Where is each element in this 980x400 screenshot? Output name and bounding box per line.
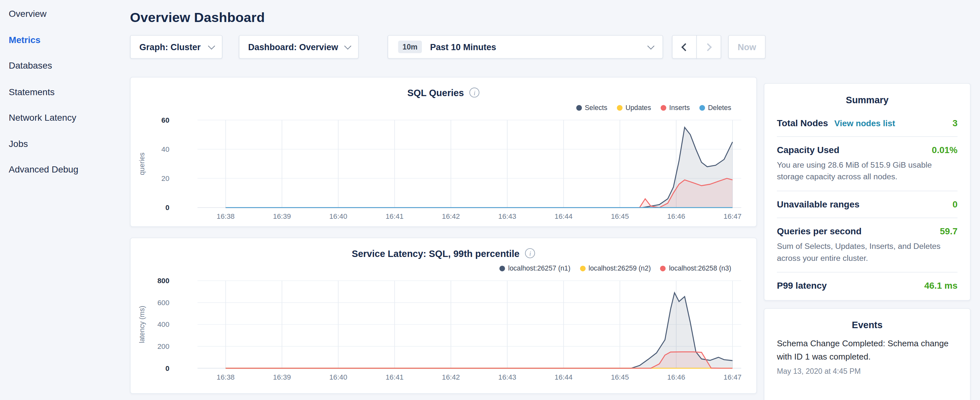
summary-row-capacity-used: Capacity Used 0.01% You are using 28.6 M… <box>777 137 957 191</box>
svg-text:16:40: 16:40 <box>329 373 347 381</box>
service-latency-chart-panel: Service Latency: SQL, 99th percentile i … <box>130 237 757 394</box>
sidebar-item-overview[interactable]: Overview <box>9 8 115 20</box>
legend-item[interactable]: Deletes <box>699 104 731 112</box>
summary-label: Capacity Used <box>777 145 839 155</box>
event-timestamp: May 13, 2020 at 4:45 PM <box>777 367 957 376</box>
main-content: Overview Dashboard Graph: Cluster Dashbo… <box>130 0 757 394</box>
svg-text:16:40: 16:40 <box>329 212 347 220</box>
sidebar-item-databases[interactable]: Databases <box>9 59 115 72</box>
svg-text:400: 400 <box>157 320 169 328</box>
summary-label: P99 latency <box>777 281 827 291</box>
chevron-right-icon <box>704 43 712 51</box>
svg-text:0: 0 <box>165 204 169 212</box>
chevron-left-icon <box>681 43 689 51</box>
summary-description: You are using 28.6 MiB of 515.9 GiB usab… <box>777 159 957 183</box>
svg-text:800: 800 <box>157 277 169 285</box>
svg-text:200: 200 <box>157 343 169 351</box>
legend-label: localhost:26258 (n3) <box>669 265 732 272</box>
dashboard-dropdown-label: Dashboard: Overview <box>248 42 338 52</box>
chevron-down-icon <box>208 42 215 49</box>
sidebar: Overview Metrics Databases Statements Ne… <box>9 8 115 189</box>
svg-text:16:46: 16:46 <box>667 212 685 220</box>
summary-value: 46.1 ms <box>924 281 958 291</box>
svg-text:16:43: 16:43 <box>498 373 516 381</box>
chevron-down-icon <box>648 42 654 49</box>
legend-dot-icon <box>660 265 666 271</box>
summary-row-unavailable-ranges: Unavailable ranges 0 <box>777 191 957 218</box>
legend-item[interactable]: Inserts <box>660 104 690 112</box>
now-button[interactable]: Now <box>728 35 766 59</box>
legend-item[interactable]: Updates <box>617 104 651 112</box>
legend-label: Updates <box>625 104 651 112</box>
svg-text:16:39: 16:39 <box>273 212 291 220</box>
event-message: Schema Change Completed: Schema change w… <box>777 338 957 364</box>
svg-text:16:38: 16:38 <box>217 373 235 381</box>
legend-dot-icon <box>699 105 705 110</box>
legend-label: Inserts <box>669 104 690 112</box>
summary-value: 3 <box>953 118 958 128</box>
sidebar-item-statements[interactable]: Statements <box>9 85 115 98</box>
summary-label: Total Nodes <box>777 118 828 128</box>
sql-queries-chart-panel: SQL Queries i SelectsUpdatesInsertsDelet… <box>130 77 757 227</box>
summary-label: Queries per second <box>777 226 862 236</box>
summary-row-queries-per-second: Queries per second 59.7 Sum of Selects, … <box>777 218 957 273</box>
graph-scope-dropdown-label: Graph: Cluster <box>140 42 200 52</box>
sql-queries-chart[interactable]: 020406016:3816:3916:4016:4116:4216:4316:… <box>131 114 756 226</box>
sidebar-item-metrics[interactable]: Metrics <box>9 33 115 46</box>
summary-description: Sum of Selects, Updates, Inserts, and De… <box>777 241 957 264</box>
service-latency-chart[interactable]: 020040060080016:3816:3916:4016:4116:4216… <box>131 274 756 387</box>
chart-title: Service Latency: SQL, 99th percentile <box>352 248 520 258</box>
legend-dot-icon <box>499 265 505 271</box>
svg-text:queries: queries <box>138 153 146 175</box>
events-title: Events <box>777 318 957 333</box>
time-range-badge: 10m <box>398 41 422 53</box>
info-icon[interactable]: i <box>525 248 535 258</box>
dashboard-dropdown[interactable]: Dashboard: Overview <box>239 35 359 59</box>
legend-item[interactable]: localhost:26257 (n1) <box>499 265 570 272</box>
summary-row-p99-latency: P99 latency 46.1 ms <box>777 273 957 299</box>
chevron-down-icon <box>344 42 352 49</box>
svg-text:16:44: 16:44 <box>555 373 573 381</box>
charts-column: SQL Queries i SelectsUpdatesInsertsDelet… <box>130 77 757 394</box>
svg-text:16:43: 16:43 <box>498 212 516 220</box>
svg-text:16:47: 16:47 <box>724 212 741 220</box>
chart-title: SQL Queries <box>407 87 464 98</box>
toolbar: Graph: Cluster Dashboard: Overview 10m P… <box>130 35 767 59</box>
summary-value: 0 <box>953 199 958 209</box>
svg-text:16:45: 16:45 <box>611 373 629 381</box>
svg-text:0: 0 <box>165 364 169 373</box>
legend-item[interactable]: localhost:26258 (n3) <box>660 265 732 272</box>
svg-text:40: 40 <box>161 145 170 153</box>
legend-label: Selects <box>585 104 607 112</box>
time-step-buttons <box>672 35 721 59</box>
summary-row-total-nodes: Total Nodes View nodes list 3 <box>777 110 957 137</box>
event-item[interactable]: Schema Change Completed: Schema change w… <box>777 338 957 376</box>
svg-text:16:39: 16:39 <box>273 373 291 381</box>
info-icon[interactable]: i <box>469 88 479 97</box>
time-back-button[interactable] <box>672 35 697 59</box>
legend-label: localhost:26257 (n1) <box>508 265 570 272</box>
legend-item[interactable]: localhost:26259 (n2) <box>580 265 651 272</box>
svg-text:16:42: 16:42 <box>442 373 460 381</box>
sidebar-item-network-latency[interactable]: Network Latency <box>9 112 115 124</box>
legend-dot-icon <box>580 265 585 271</box>
time-range-dropdown[interactable]: 10m Past 10 Minutes <box>388 35 663 59</box>
svg-text:20: 20 <box>161 174 170 183</box>
view-nodes-list-link[interactable]: View nodes list <box>834 119 895 128</box>
legend-dot-icon <box>576 105 581 110</box>
time-range-label: Past 10 Minutes <box>430 42 496 52</box>
svg-text:16:41: 16:41 <box>386 373 404 381</box>
time-forward-button[interactable] <box>696 35 721 59</box>
sidebar-item-jobs[interactable]: Jobs <box>9 137 115 150</box>
svg-text:600: 600 <box>157 299 169 307</box>
summary-value: 59.7 <box>940 226 958 236</box>
svg-text:16:41: 16:41 <box>386 212 404 220</box>
app-root: Overview Metrics Databases Statements Ne… <box>0 0 980 400</box>
sidebar-item-advanced-debug[interactable]: Advanced Debug <box>9 163 115 176</box>
legend-item[interactable]: Selects <box>576 104 607 112</box>
svg-text:16:47: 16:47 <box>724 373 741 381</box>
svg-text:16:45: 16:45 <box>611 212 629 220</box>
legend-label: Deletes <box>708 104 731 112</box>
graph-scope-dropdown[interactable]: Graph: Cluster <box>130 35 223 59</box>
svg-text:60: 60 <box>161 116 170 124</box>
